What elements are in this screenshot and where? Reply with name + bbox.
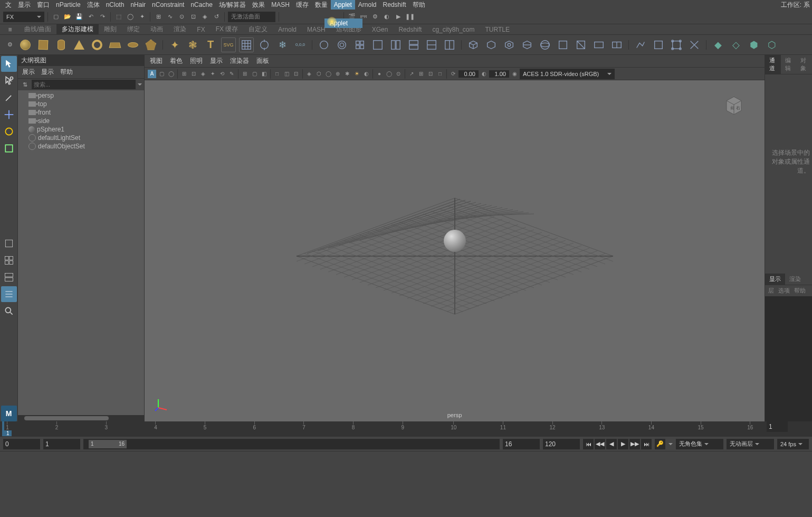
play-icon[interactable]: ▶ <box>394 12 403 22</box>
vp-icon-18[interactable]: ⊕ <box>333 70 342 78</box>
shelf-tab-sculpt[interactable]: 雕刻 <box>99 24 122 35</box>
vp-icon-16[interactable]: ⬡ <box>314 70 323 78</box>
layer-menu-layers[interactable]: 层 <box>768 287 774 295</box>
workspace-value[interactable]: 系 <box>804 1 810 10</box>
shelf-menu-icon[interactable]: ≡ <box>5 25 15 34</box>
vp-icon-7[interactable]: ⟲ <box>218 70 226 78</box>
tool-quad2-icon[interactable] <box>370 37 385 52</box>
menu-nhair[interactable]: nHair <box>127 0 149 10</box>
pause-icon[interactable]: ❚❚ <box>405 12 415 22</box>
chevron-down-icon[interactable] <box>668 443 673 445</box>
shelf-tab-rigging[interactable]: 绑定 <box>122 24 145 35</box>
menu-nconstraint[interactable]: nConstraint <box>149 0 187 10</box>
menu-fields[interactable]: 场/解算器 <box>216 0 249 11</box>
menu-ncache[interactable]: nCache <box>187 0 215 10</box>
playback-end-field[interactable]: 16 <box>503 439 540 449</box>
tool-sq2-icon[interactable]: ◇ <box>729 37 743 52</box>
tool-quad4-icon[interactable] <box>406 37 421 52</box>
vp-menu-shading[interactable]: 着色 <box>170 57 183 65</box>
tool-sq4-icon[interactable]: ⬡ <box>765 37 779 52</box>
playback-start-field[interactable]: 1 <box>43 439 80 449</box>
shelf-tab-redshift[interactable]: Redshift <box>393 25 427 34</box>
menu-arnold[interactable]: Arnold <box>355 0 380 10</box>
tool-cube3-icon[interactable] <box>502 37 517 52</box>
shelf-tab-fx[interactable]: FX <box>192 25 210 34</box>
vp-exposure-field[interactable]: 0.00 <box>458 70 479 78</box>
play-back-button[interactable]: ◀ <box>606 439 617 449</box>
poly-cone-icon[interactable] <box>72 37 87 52</box>
vp-icon-5[interactable]: ◈ <box>199 70 207 78</box>
vp-menu-lighting[interactable]: 照明 <box>190 57 203 65</box>
tool-circle1-icon[interactable] <box>317 37 331 52</box>
vp-icon-2[interactable]: ◯ <box>167 70 175 78</box>
menu-display[interactable]: 显示 <box>15 0 34 11</box>
poly-sphere-icon[interactable] <box>18 37 33 52</box>
poly-grid-icon[interactable] <box>239 37 254 52</box>
vp-icon-26[interactable]: ⊡ <box>426 70 435 78</box>
tool-box1-icon[interactable] <box>591 37 606 52</box>
shelf-tab-custom[interactable]: 自定义 <box>243 24 273 35</box>
layout-single[interactable] <box>1 236 17 251</box>
search-tool[interactable] <box>1 303 17 319</box>
vp-icon-25[interactable]: ⊞ <box>417 70 425 78</box>
shelf-tab-fxcache[interactable]: FX 缓存 <box>211 24 244 35</box>
outliner-item-objectset[interactable]: defaultObjectSet <box>20 142 142 151</box>
vp-icon-23[interactable]: ⊙ <box>394 70 403 78</box>
tool-circle2-icon[interactable] <box>335 37 349 52</box>
outliner-item-side[interactable]: side <box>20 117 142 125</box>
tool-line1-icon[interactable] <box>633 37 648 52</box>
vp-icon-19[interactable]: ✱ <box>343 70 351 78</box>
tool-line3-icon[interactable] <box>669 37 684 52</box>
shelf-tab-xgen[interactable]: XGen <box>367 25 394 34</box>
poly-coord-icon[interactable]: 0,0,0 <box>293 37 308 52</box>
layer-menu-help[interactable]: 帮助 <box>794 287 806 295</box>
timeline-end-field[interactable]: 1 <box>767 421 788 432</box>
maya-logo-icon[interactable]: M <box>1 406 17 421</box>
step-fwd-button[interactable]: ▶▶ <box>629 439 640 449</box>
vp-icon-27[interactable]: □ <box>436 70 444 78</box>
poly-cylinder-icon[interactable] <box>54 37 69 52</box>
vp-icon-10[interactable]: ▢ <box>250 70 259 78</box>
tool-quad6-icon[interactable] <box>442 37 457 52</box>
vp-menu-view[interactable]: 视图 <box>150 57 163 65</box>
tab-render-layers[interactable]: 渲染 <box>785 274 805 285</box>
save-scene-icon[interactable]: 💾 <box>74 12 84 22</box>
outliner-tree[interactable]: persp top front side pSphere1 defaultLig… <box>18 90 144 415</box>
vp-icon-12[interactable]: □ <box>273 70 281 78</box>
shelf-tab-arnold[interactable]: Arnold <box>273 25 302 34</box>
shelf-tab-render[interactable]: 渲染 <box>168 24 192 35</box>
poly-torus-icon[interactable] <box>90 37 104 52</box>
vp-icon-4[interactable]: ⊡ <box>189 70 198 78</box>
move-tool[interactable] <box>1 107 17 123</box>
outliner-item-lightset[interactable]: defaultLightSet <box>20 134 142 142</box>
redo-icon[interactable]: ↷ <box>98 12 107 22</box>
menu-effects[interactable]: 效果 <box>249 0 268 11</box>
rotate-tool[interactable] <box>1 124 17 139</box>
step-back-button[interactable]: ◀◀ <box>595 439 605 449</box>
tool-cube6-icon[interactable] <box>574 37 588 52</box>
snap-point-icon[interactable]: ⊙ <box>177 12 186 22</box>
layout-four[interactable] <box>1 252 17 268</box>
poly-snowflake-icon[interactable]: ❄ <box>275 37 290 52</box>
tool-cube1-icon[interactable] <box>466 37 481 52</box>
outliner-item-persp[interactable]: persp <box>20 91 142 100</box>
tool-cube2-icon[interactable] <box>484 37 499 52</box>
tool-quad1-icon[interactable] <box>352 37 367 52</box>
poly-star-icon[interactable]: ✦ <box>167 37 182 52</box>
viewcube-icon[interactable]: 前 右 <box>719 91 749 120</box>
menu-redshift[interactable]: Redshift <box>380 0 409 10</box>
menu-cache[interactable]: 缓存 <box>293 0 312 11</box>
tool-sq3-icon[interactable]: ⬢ <box>747 37 761 52</box>
vp-icon-1[interactable]: ▢ <box>157 70 166 78</box>
anim-end-field[interactable]: 120 <box>543 439 580 449</box>
tool-cube4-icon[interactable] <box>520 37 534 52</box>
vp-gamma-field[interactable]: 1.00 <box>489 70 509 78</box>
poly-target-icon[interactable] <box>257 37 272 52</box>
menu-file[interactable]: 文 <box>2 0 15 11</box>
shelf-tab-cgcity[interactable]: cg_city8h_com <box>427 25 480 34</box>
vp-icon-9[interactable]: ⊞ <box>241 70 249 78</box>
menu-applet[interactable]: Applet <box>331 0 355 10</box>
snap-toggle-icon[interactable]: ↺ <box>212 12 221 22</box>
shelf-tab-turtle[interactable]: TURTLE <box>480 25 514 34</box>
vp-icon-15[interactable]: ◈ <box>305 70 313 78</box>
